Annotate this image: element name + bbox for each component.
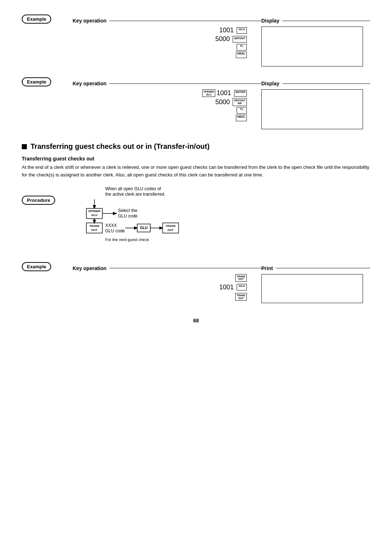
section1-nbal-key: NBAL: [236, 52, 247, 58]
section3-key-op-label: Key operation: [73, 265, 106, 271]
section3-key-header: Key operation: [73, 265, 261, 271]
section3-print-label: Print: [261, 265, 273, 271]
section2-display-header-col: Display: [261, 81, 370, 86]
section3-example-badge: Example: [22, 262, 51, 271]
section3-print-header-col: Print: [261, 265, 370, 271]
section1-deposit-key: DEPOSIT: [233, 36, 247, 42]
section3-row3: TRANSOUT: [235, 293, 247, 301]
svg-text:OUT: OUT: [168, 228, 174, 232]
section1-example-badge: Example: [22, 15, 51, 24]
section1-header-row: Example Key operation Display: [22, 15, 370, 24]
section3-header-row: Example Key operation Print: [22, 262, 370, 271]
section2-row1: OPENERGLU 1001 ENTER: [202, 89, 247, 97]
section2-content-row: OPENERGLU 1001 ENTER 5000 DEPOSITRIF TL …: [22, 89, 370, 129]
main-section-title: Transferring guest checks out or in (Tra…: [22, 142, 370, 151]
section2-example-badge: Example: [22, 77, 51, 86]
section3-row1: TRANSOUT: [235, 274, 247, 282]
section2-key-op-label: Key operation: [73, 81, 106, 86]
section3-row2: 1001 GLU: [219, 284, 247, 291]
section2-badge-col: Example: [22, 77, 69, 86]
section2-key-header: Key operation: [73, 81, 261, 86]
section3-num-1001: 1001: [219, 284, 234, 291]
section1-row1: 1001 GLU: [219, 27, 247, 34]
section1-content-row: 1001 GLU 5000 DEPOSIT TL NBAL: [22, 27, 370, 66]
procedure-diagram-col: When all open GLU codes of the active cl…: [69, 185, 370, 251]
section2-header-row: Example Key operation Display: [22, 77, 370, 86]
section1-display-col: [261, 27, 370, 66]
section1-display-label: Display: [261, 18, 279, 24]
section1-tl-key: TL: [237, 44, 247, 50]
section2-display-header: Display: [261, 81, 370, 86]
page-number: 68: [22, 318, 370, 323]
svg-text:the active clerk are transferr: the active clerk are transferred.: [105, 192, 165, 197]
section3-badge-col: Example: [22, 262, 69, 271]
section1-key-op-label: Key operation: [73, 18, 106, 24]
section2-deposit-rif-key: DEPOSITRIF: [233, 98, 247, 106]
svg-text:OPENER: OPENER: [88, 209, 101, 213]
section2-num-5000: 5000: [215, 98, 230, 106]
section1-key-op-col: 1001 GLU 5000 DEPOSIT TL NBAL: [69, 27, 261, 59]
procedure-badge: Procedure: [22, 196, 55, 205]
section3-content-row: TRANSOUT 1001 GLU TRANSOUT: [22, 274, 370, 303]
section3-key-header-col: Key operation: [69, 265, 261, 271]
svg-text:GLU code: GLU code: [118, 213, 138, 219]
section1-display-header: Display: [261, 18, 370, 24]
section1-num-5000: 5000: [215, 35, 230, 43]
section2-num-1001: 1001: [217, 89, 231, 97]
svg-text:Select the: Select the: [118, 208, 138, 213]
section1-key-header-col: Key operation: [69, 18, 261, 24]
section2-enter-key: ENTER: [234, 90, 247, 97]
section1-glu-key: GLU: [237, 27, 247, 34]
section2-row4: NBAL: [236, 115, 247, 121]
section1-display-box: [261, 27, 363, 66]
svg-text:TRANS: TRANS: [166, 224, 176, 228]
subsection-title: Transferring guest checks out At the end…: [22, 156, 370, 179]
section1-row2: 5000 DEPOSIT: [215, 35, 247, 43]
section2-key-header-col: Key operation: [69, 81, 261, 86]
transferring-out-title: Transferring guest checks out: [22, 156, 370, 162]
section2-opener-glu-key: OPENERGLU: [202, 89, 215, 97]
section3-glu-key: GLU: [237, 284, 247, 290]
transferring-out-body: At the end of a clerk shift or whenever …: [22, 164, 370, 179]
title-square-icon: [22, 144, 27, 149]
section1-key-header: Key operation: [73, 18, 261, 24]
section2-nbal-key: NBAL: [236, 115, 247, 121]
section1-num-1001: 1001: [219, 27, 234, 34]
procedure-row: Procedure When all open GLU codes of the…: [22, 185, 370, 251]
section2-row3: TL: [237, 107, 247, 114]
section1-row4: NBAL: [236, 52, 247, 58]
svg-text:TRANS: TRANS: [89, 224, 99, 228]
section3-print-header: Print: [261, 265, 370, 271]
svg-text:GLU: GLU: [91, 213, 98, 217]
main-section-title-text: Transferring guest checks out or in (Tra…: [30, 142, 209, 151]
svg-text:When all open GLU codes of: When all open GLU codes of: [105, 186, 161, 191]
section3-trans-out-key2: TRANSOUT: [235, 293, 247, 301]
procedure-badge-col: Procedure: [22, 185, 69, 205]
section2-display-label: Display: [261, 81, 279, 86]
svg-text:GLU code: GLU code: [105, 228, 125, 233]
section3-print-box: [261, 274, 363, 303]
svg-text:For the next guest check: For the next guest check: [105, 237, 149, 242]
section2-display-col: [261, 89, 370, 129]
section2-key-op-col: OPENERGLU 1001 ENTER 5000 DEPOSITRIF TL …: [69, 89, 261, 122]
section2-row2: 5000 DEPOSITRIF: [215, 98, 247, 106]
svg-text:XXXX: XXXX: [105, 223, 117, 228]
section2-display-box: [261, 89, 363, 129]
svg-text:GLU: GLU: [140, 226, 147, 230]
section3-print-col: [261, 274, 370, 303]
procedure-diagram: When all open GLU codes of the active cl…: [73, 185, 254, 250]
section1-row3: TL: [237, 44, 247, 50]
section3-key-op-col: TRANSOUT 1001 GLU TRANSOUT: [69, 274, 261, 302]
section2-tl-key: TL: [237, 107, 247, 114]
section3-trans-out-key1: TRANSOUT: [235, 274, 247, 282]
section1-display-header-col: Display: [261, 18, 370, 24]
section1-badge-col: Example: [22, 15, 69, 24]
svg-text:OUT: OUT: [91, 228, 98, 232]
